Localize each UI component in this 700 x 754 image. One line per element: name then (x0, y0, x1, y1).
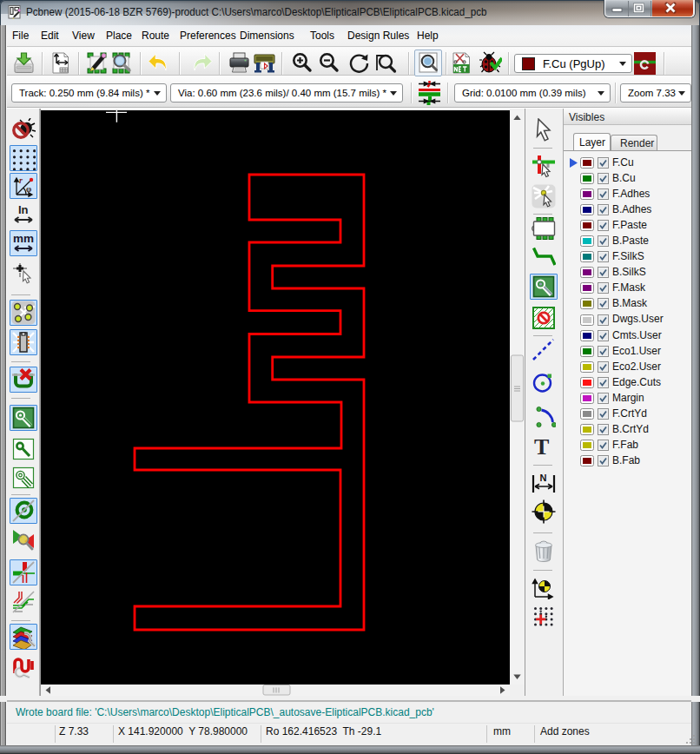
svg-text:mm: mm (13, 232, 34, 245)
svg-text:T: T (534, 434, 549, 459)
svg-text:φ: φ (26, 184, 31, 194)
svg-text:r: r (19, 175, 23, 185)
svg-text:In: In (18, 203, 29, 216)
svg-text:N: N (540, 473, 547, 483)
